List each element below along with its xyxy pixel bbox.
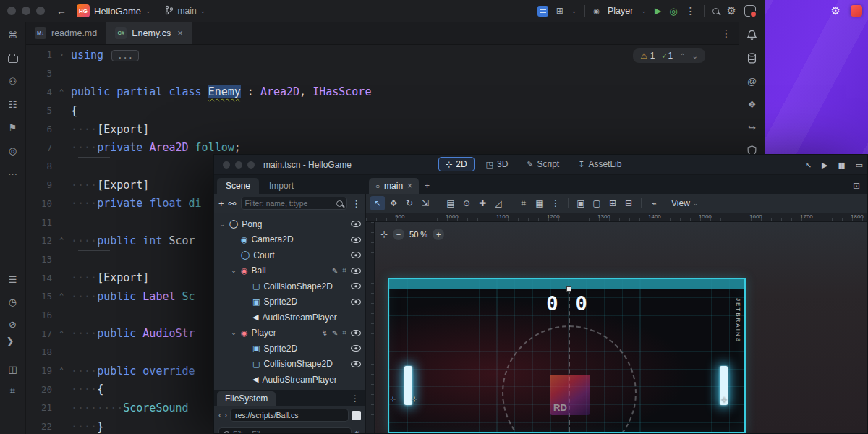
scene-filter-input[interactable]: Filter: name, t:type [241, 197, 348, 210]
visibility-eye-icon[interactable] [351, 361, 361, 367]
next-issue-icon[interactable]: ⌄ [692, 52, 698, 60]
visibility-eye-icon[interactable] [351, 237, 361, 243]
run-button[interactable]: ▶ [655, 6, 661, 16]
menubar-app-icon[interactable] [851, 5, 862, 17]
window-controls[interactable] [223, 161, 255, 169]
zoom-in-button[interactable]: + [433, 229, 444, 240]
run-config-selector[interactable]: Player [608, 6, 633, 16]
instance-scene-button[interactable]: ⚯ [229, 198, 237, 209]
pong-court[interactable]: 0 0 RD JETBRAINS ⊹ ⊹ [388, 278, 746, 433]
scene-node-sprite2d[interactable]: ▣Sprite2D [214, 341, 365, 357]
ai-assistant-icon[interactable]: @ [746, 75, 759, 88]
add-scene-button[interactable]: + [422, 181, 433, 194]
dock-tab-scene[interactable]: Scene [217, 178, 259, 194]
scene-tab-main[interactable]: ○ main × [369, 178, 419, 194]
scene-node-audiostreamplayer[interactable]: ◀AudioStreamPlayer [214, 372, 365, 388]
scene-node-ball[interactable]: ⌄◉Ball✎⌗ [214, 263, 365, 279]
project-icon[interactable] [7, 51, 20, 64]
add-node-button[interactable]: + [218, 198, 224, 209]
file-toggle-icon[interactable] [352, 411, 361, 420]
run-configurations-icon[interactable]: ◎ [7, 144, 20, 157]
nav-back-icon[interactable]: ‹ [218, 410, 221, 420]
history-icon[interactable]: ◷ [7, 295, 20, 308]
visibility-eye-icon[interactable] [351, 252, 361, 258]
selection-list-icon[interactable]: ▤ [443, 196, 458, 210]
pan-icon[interactable]: ✚ [475, 196, 490, 210]
more-actions-icon[interactable]: ⋮ [686, 5, 696, 17]
notifications-widget[interactable] [744, 5, 756, 17]
zoom-window-button[interactable] [247, 161, 255, 169]
structure-icon[interactable]: ☷ [7, 98, 20, 111]
cursor-icon[interactable]: ↖ [805, 161, 810, 170]
nav-forward-icon[interactable]: › [224, 410, 227, 420]
problems-icon[interactable]: ⊘ [7, 318, 20, 331]
resource-path-field[interactable]: res://scripts/Ball.cs [230, 409, 349, 422]
rotate-tool[interactable]: ↻ [402, 196, 417, 210]
more-tools-icon[interactable]: ⋯ [7, 167, 20, 180]
stop-button[interactable]: ▭ [856, 161, 861, 170]
snap-options-icon[interactable]: ⋮ [548, 196, 563, 210]
visibility-eye-icon[interactable] [351, 330, 361, 336]
profile-button[interactable]: ◎ [669, 6, 677, 17]
instance-icon[interactable]: ⌗ [342, 266, 346, 275]
position-gizmo[interactable]: ⊹ [744, 395, 746, 403]
visibility-eye-icon[interactable] [351, 345, 361, 352]
notifications-icon[interactable] [746, 28, 759, 41]
scene-node-sprite2d[interactable]: ▣Sprite2D [214, 294, 365, 310]
visibility-eye-icon[interactable] [351, 268, 361, 274]
menubar-gear-icon[interactable]: ⚙ [831, 4, 841, 17]
zoom-out-button[interactable]: − [393, 229, 404, 240]
position-gizmo[interactable]: ⊹ [412, 395, 417, 403]
docker-icon[interactable] [537, 6, 548, 17]
script-icon[interactable]: ✎ [332, 329, 338, 337]
lock-icon[interactable]: ▣ [574, 196, 588, 210]
pull-requests-icon[interactable]: ⚇ [7, 75, 20, 88]
database-icon[interactable] [746, 51, 759, 64]
scene-node-court[interactable]: ◯Court [214, 247, 365, 263]
expand-icon[interactable]: ⊡ [853, 181, 860, 191]
scene-node-player[interactable]: ⌄◉Player↯✎⌗ [214, 326, 365, 341]
close-window-button[interactable] [7, 7, 16, 15]
zoom-window-button[interactable] [36, 7, 45, 15]
collapse-icon[interactable]: ⌄ [218, 221, 226, 228]
vcs-icon[interactable]: ⌘ [7, 28, 20, 41]
visibility-eye-icon[interactable] [351, 221, 361, 227]
group-icon[interactable]: ⊞ [605, 196, 620, 210]
scene-node-audiostreamplayer[interactable]: ◀AudioStreamPlayer [214, 310, 365, 326]
ungroup-icon[interactable]: ⊟ [621, 196, 636, 210]
play-button[interactable]: ▶ [822, 161, 826, 170]
settings-gear-icon[interactable]: ⚙ [727, 4, 736, 17]
minimize-window-button[interactable] [22, 7, 30, 15]
script-icon[interactable]: ✎ [332, 267, 338, 275]
sort-icon[interactable]: ⇅ [354, 430, 361, 434]
zoom-level[interactable]: 50 % [409, 230, 427, 239]
tab-assetlib[interactable]: ↧AssetLib [571, 157, 629, 171]
collapse-icon[interactable]: ⌄ [230, 267, 237, 274]
filter-files-input[interactable]: Filter Files [218, 427, 352, 433]
tab-options-icon[interactable]: ⋮ [721, 27, 731, 39]
build-icon[interactable]: ⌗ [7, 385, 20, 398]
grid-snap-icon[interactable]: ▦ [532, 196, 547, 210]
move-tool[interactable]: ✥ [386, 196, 401, 210]
minimize-window-button[interactable] [235, 161, 242, 169]
ruler-icon[interactable]: ◿ [491, 196, 506, 210]
branch-selector[interactable]: main ⌄ [164, 5, 206, 17]
close-window-button[interactable] [223, 161, 230, 169]
tab-script[interactable]: ✎Script [519, 157, 566, 171]
scene-node-camera2d[interactable]: ◉Camera2D [214, 232, 365, 248]
services-icon[interactable]: ◫ [7, 362, 20, 375]
selection-handle[interactable] [566, 286, 571, 292]
scale-tool[interactable]: ⇲ [418, 196, 433, 210]
filesystem-tab[interactable]: FileSystem [217, 391, 276, 406]
back-button[interactable]: ← [56, 5, 67, 17]
bookmarks-icon[interactable]: ⚑ [7, 121, 20, 134]
attach-icon[interactable]: ↪ [746, 121, 759, 134]
skeleton-icon[interactable]: ⌁ [647, 196, 661, 210]
pause-button[interactable]: ▮▮ [838, 161, 843, 170]
nuget-icon[interactable]: ❖ [746, 98, 759, 111]
collapse-icon[interactable]: ⌄ [230, 329, 237, 336]
scene-node-collisionshape2d[interactable]: ▢CollisionShape2D [214, 278, 365, 294]
select-tool[interactable]: ↖ [370, 196, 385, 210]
window-controls[interactable] [7, 7, 45, 15]
scene-dock-menu-icon[interactable]: ⋮ [352, 198, 361, 209]
